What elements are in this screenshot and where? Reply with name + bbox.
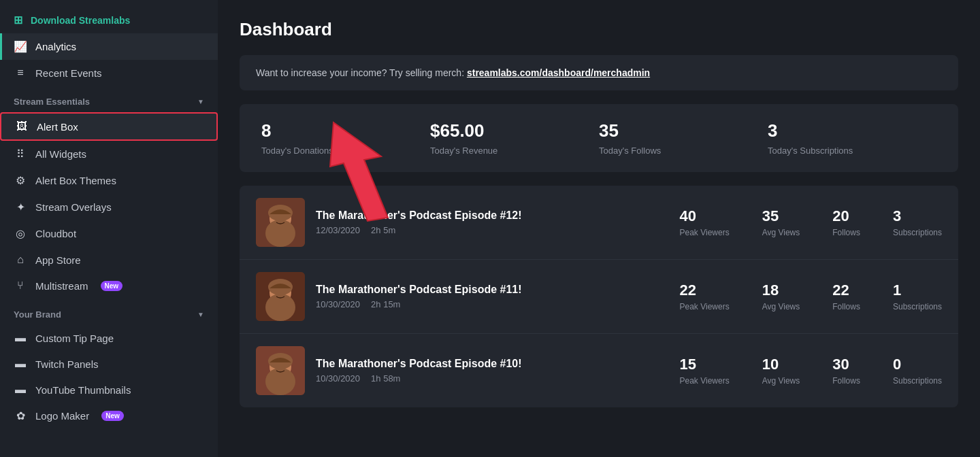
tip-page-icon: ▬ bbox=[14, 332, 27, 344]
all-widgets-label: All Widgets bbox=[35, 148, 86, 160]
store-icon: ⌂ bbox=[14, 254, 27, 266]
list-icon: ≡ bbox=[14, 67, 27, 79]
stream-thumbnail bbox=[256, 272, 305, 321]
stat-avg-views: 10 Avg Views bbox=[762, 356, 800, 386]
logo-maker-icon: ✿ bbox=[14, 409, 27, 422]
stat-subscriptions: 3 Subscriptions bbox=[893, 207, 942, 237]
follows-label: Today's Follows bbox=[599, 146, 768, 156]
stream-date: 12/03/2020 bbox=[316, 225, 360, 235]
sidebar-item-multistream[interactable]: ⑂ Multistream New bbox=[0, 273, 218, 299]
sidebar-item-custom-tip-page[interactable]: ▬ Custom Tip Page bbox=[0, 325, 218, 351]
download-label: Download Streamlabs bbox=[31, 15, 130, 26]
your-brand-header: Your Brand ▼ bbox=[0, 299, 218, 325]
alert-box-label: Alert Box bbox=[37, 121, 78, 133]
sidebar-item-alert-box-themes[interactable]: ⚙ Alert Box Themes bbox=[0, 167, 218, 194]
donations-label: Today's Donations bbox=[261, 146, 430, 156]
stat-donations: 8 Today's Donations bbox=[261, 120, 430, 156]
twitch-panels-icon: ▬ bbox=[14, 358, 27, 370]
analytics-icon: 📈 bbox=[14, 40, 27, 53]
follows-value: 35 bbox=[599, 120, 768, 141]
analytics-label: Analytics bbox=[35, 41, 76, 52]
youtube-icon: ▬ bbox=[14, 384, 27, 396]
subscriptions-label: Today's Subscriptions bbox=[768, 146, 936, 156]
widgets-icon: ⠿ bbox=[14, 148, 27, 160]
stream-stats: 15 Peak Viewers 10 Avg Views 30 Follows … bbox=[680, 356, 942, 386]
stream-item[interactable]: The Marathoner's Podcast Episode #11! 10… bbox=[240, 260, 958, 334]
youtube-thumbnails-label: YouTube Thumbnails bbox=[35, 384, 131, 396]
sidebar-item-cloudbot[interactable]: ◎ Cloudbot bbox=[0, 220, 218, 247]
stream-duration: 2h 15m bbox=[371, 299, 400, 309]
sidebar-item-twitch-panels[interactable]: ▬ Twitch Panels bbox=[0, 351, 218, 377]
sidebar-item-app-store[interactable]: ⌂ App Store bbox=[0, 247, 218, 273]
app-store-label: App Store bbox=[35, 254, 81, 266]
themes-icon: ⚙ bbox=[14, 174, 27, 187]
promo-link[interactable]: streamlabs.com/dashboard/merchadmin bbox=[467, 67, 650, 78]
stream-essentials-header: Stream Essentials ▼ bbox=[0, 86, 218, 112]
stat-follows: 35 Today's Follows bbox=[599, 120, 768, 156]
alert-box-themes-label: Alert Box Themes bbox=[35, 175, 116, 186]
stat-subscriptions: 3 Today's Subscriptions bbox=[768, 120, 936, 156]
stat-subscriptions: 0 Subscriptions bbox=[893, 356, 942, 386]
windows-icon: ⊞ bbox=[14, 14, 22, 27]
sidebar-item-logo-maker[interactable]: ✿ Logo Maker New bbox=[0, 403, 218, 429]
sidebar-item-all-widgets[interactable]: ⠿ All Widgets bbox=[0, 141, 218, 167]
sidebar-item-alert-box[interactable]: 🖼 Alert Box bbox=[0, 112, 218, 141]
sidebar-item-stream-overlays[interactable]: ✦ Stream Overlays bbox=[0, 194, 218, 220]
sidebar-item-analytics[interactable]: 📈 Analytics bbox=[0, 33, 218, 60]
chevron-down-icon-2: ▼ bbox=[197, 311, 204, 318]
stat-follows: 22 Follows bbox=[832, 282, 860, 311]
stream-info: The Marathoner's Podcast Episode #11! 10… bbox=[316, 284, 669, 309]
revenue-value: $65.00 bbox=[430, 120, 599, 141]
sidebar-item-download[interactable]: ⊞ Download Streamlabs bbox=[0, 7, 218, 33]
stat-avg-views: 35 Avg Views bbox=[762, 207, 800, 237]
stream-meta: 10/30/2020 2h 15m bbox=[316, 299, 669, 309]
sidebar-item-youtube-thumbnails[interactable]: ▬ YouTube Thumbnails bbox=[0, 377, 218, 403]
promo-text: Want to increase your income? Try sellin… bbox=[256, 67, 464, 78]
logo-maker-badge: New bbox=[101, 411, 124, 421]
sidebar: ⊞ Download Streamlabs 📈 Analytics ≡ Rece… bbox=[0, 0, 218, 457]
stream-title: The Marathoner's Podcast Episode #12! bbox=[316, 209, 669, 222]
stats-card: 8 Today's Donations $65.00 Today's Reven… bbox=[240, 104, 958, 172]
stream-meta: 10/30/2020 1h 58m bbox=[316, 373, 669, 384]
multistream-badge: New bbox=[101, 281, 123, 291]
stream-list: The Marathoner's Podcast Episode #12! 12… bbox=[240, 186, 958, 407]
custom-tip-page-label: Custom Tip Page bbox=[35, 333, 114, 344]
stream-title: The Marathoner's Podcast Episode #10! bbox=[316, 358, 669, 370]
revenue-label: Today's Revenue bbox=[430, 146, 599, 156]
stat-revenue: $65.00 Today's Revenue bbox=[430, 120, 599, 156]
twitch-panels-label: Twitch Panels bbox=[35, 358, 99, 370]
alert-box-icon: 🖼 bbox=[15, 120, 29, 133]
promo-banner: Want to increase your income? Try sellin… bbox=[240, 55, 958, 90]
stream-meta: 12/03/2020 2h 5m bbox=[316, 225, 669, 235]
stat-peak-viewers: 15 Peak Viewers bbox=[680, 356, 730, 386]
sidebar-item-recent-events[interactable]: ≡ Recent Events bbox=[0, 60, 218, 86]
stream-info: The Marathoner's Podcast Episode #12! 12… bbox=[316, 209, 669, 235]
stat-peak-viewers: 40 Peak Viewers bbox=[680, 207, 730, 237]
cloudbot-label: Cloudbot bbox=[35, 228, 76, 239]
main-content: Dashboard Want to increase your income? … bbox=[218, 0, 980, 457]
multistream-icon: ⑂ bbox=[14, 280, 27, 292]
stream-overlays-label: Stream Overlays bbox=[35, 201, 112, 213]
donations-value: 8 bbox=[261, 120, 430, 141]
subscriptions-value: 3 bbox=[768, 120, 936, 141]
stream-stats: 40 Peak Viewers 35 Avg Views 20 Follows … bbox=[680, 207, 942, 237]
stream-info: The Marathoner's Podcast Episode #10! 10… bbox=[316, 358, 669, 384]
stream-duration: 2h 5m bbox=[371, 225, 395, 235]
stream-thumbnail bbox=[256, 198, 305, 247]
stat-subscriptions: 1 Subscriptions bbox=[893, 282, 942, 311]
stream-date: 10/30/2020 bbox=[316, 299, 360, 309]
stat-follows: 30 Follows bbox=[832, 356, 860, 386]
overlays-icon: ✦ bbox=[14, 201, 27, 214]
cloudbot-icon: ◎ bbox=[14, 227, 27, 240]
logo-maker-label: Logo Maker bbox=[35, 410, 89, 422]
stat-peak-viewers: 22 Peak Viewers bbox=[680, 282, 730, 311]
stream-duration: 1h 58m bbox=[371, 373, 400, 384]
stream-date: 10/30/2020 bbox=[316, 373, 360, 384]
page-title: Dashboard bbox=[240, 19, 958, 40]
stream-item[interactable]: The Marathoner's Podcast Episode #10! 10… bbox=[240, 334, 958, 407]
stream-thumbnail bbox=[256, 346, 305, 395]
stat-follows: 20 Follows bbox=[832, 207, 860, 237]
stream-stats: 22 Peak Viewers 18 Avg Views 22 Follows … bbox=[680, 282, 942, 311]
chevron-down-icon: ▼ bbox=[197, 98, 204, 105]
stream-item[interactable]: The Marathoner's Podcast Episode #12! 12… bbox=[240, 186, 958, 260]
